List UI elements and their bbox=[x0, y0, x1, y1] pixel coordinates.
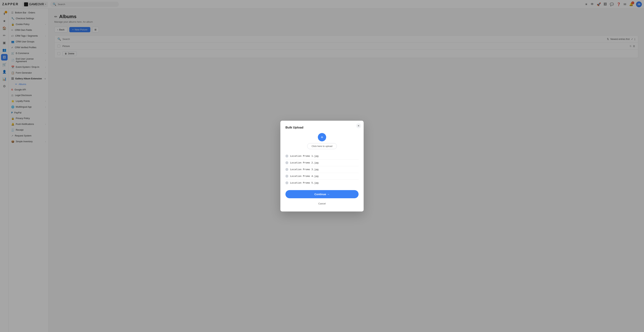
cancel-button[interactable]: Cancel bbox=[286, 201, 358, 206]
upload-label[interactable]: Click here to upload bbox=[307, 143, 337, 149]
modal-close-button[interactable]: ✕ bbox=[356, 123, 361, 128]
upload-area: + Click here to upload bbox=[286, 133, 358, 149]
file-item-2: Location Promo 2.jpg bbox=[286, 159, 358, 166]
file-name-1: Location Promo 1.jpg bbox=[290, 154, 318, 157]
upload-add-button[interactable]: + bbox=[318, 133, 326, 141]
file-icon-1 bbox=[286, 154, 288, 157]
file-item-1: Location Promo 1.jpg bbox=[286, 153, 358, 159]
file-list: Location Promo 1.jpg Location Promo 2.jp… bbox=[286, 153, 358, 186]
file-item-3: Location Promo 3.jpg bbox=[286, 166, 358, 173]
modal-title: Bulk Upload bbox=[286, 126, 358, 129]
file-name-4: Location Promo 4.jpg bbox=[290, 175, 318, 178]
file-item-4: Location Promo 4.jpg bbox=[286, 173, 358, 180]
file-name-2: Location Promo 2.jpg bbox=[290, 161, 318, 164]
file-icon-4 bbox=[286, 175, 288, 178]
file-icon-2 bbox=[286, 161, 288, 164]
bulk-upload-modal: ✕ Bulk Upload + Click here to upload Loc… bbox=[280, 121, 364, 212]
file-name-3: Location Promo 3.jpg bbox=[290, 168, 318, 171]
file-icon-5 bbox=[286, 182, 288, 184]
file-name-5: Location Promo 5.jpg bbox=[290, 182, 318, 184]
file-item-5: Location Promo 5.jpg bbox=[286, 180, 358, 186]
file-icon-3 bbox=[286, 168, 288, 171]
modal-overlay: ✕ Bulk Upload + Click here to upload Loc… bbox=[0, 0, 644, 332]
continue-button[interactable]: Continue → bbox=[286, 190, 358, 198]
